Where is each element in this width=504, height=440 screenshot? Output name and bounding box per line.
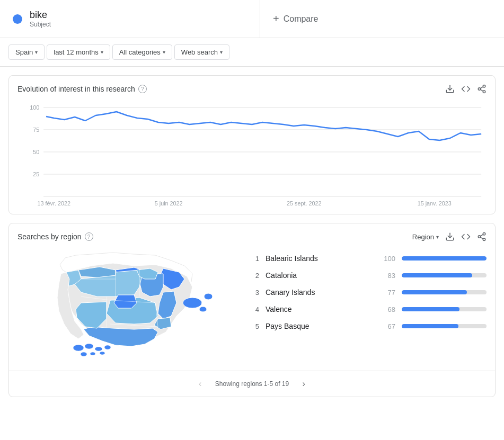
svg-text:5 juin 2022: 5 juin 2022 bbox=[155, 200, 183, 206]
svg-point-25 bbox=[183, 298, 202, 308]
rank-name: Pays Basque bbox=[266, 322, 370, 330]
evolution-help-icon[interactable]: ? bbox=[138, 85, 147, 93]
evolution-chart-container: 100 75 50 25 13 févr. 2022 5 juin 2022 2… bbox=[9, 98, 495, 210]
spain-map-container bbox=[17, 250, 240, 366]
svg-point-28 bbox=[73, 345, 84, 351]
header-section: bike Subject + Compare bbox=[0, 0, 504, 38]
rank-score: 77 bbox=[376, 289, 395, 297]
svg-point-26 bbox=[204, 293, 213, 300]
rank-bar-fill bbox=[402, 307, 459, 311]
rank-bar-bg bbox=[402, 290, 487, 294]
rank-name: Catalonia bbox=[266, 271, 370, 280]
svg-text:15 janv. 2023: 15 janv. 2023 bbox=[418, 200, 452, 206]
categories-chevron-icon: ▾ bbox=[163, 49, 165, 55]
ranking-row: 5 Pays Basque 67 bbox=[249, 318, 487, 335]
pagination-prev-button[interactable]: ‹ bbox=[194, 378, 207, 390]
period-filter[interactable]: last 12 months ▾ bbox=[47, 44, 110, 60]
search-type-filter[interactable]: Web search ▾ bbox=[174, 44, 229, 60]
region-embed-icon[interactable] bbox=[461, 232, 471, 241]
rank-bar-fill bbox=[402, 273, 472, 277]
region-share-icon[interactable] bbox=[477, 232, 487, 241]
svg-text:25: 25 bbox=[33, 171, 39, 177]
rank-score: 68 bbox=[376, 306, 395, 313]
svg-point-31 bbox=[104, 345, 111, 349]
svg-text:25 sept. 2022: 25 sept. 2022 bbox=[287, 200, 321, 206]
pagination-next-button[interactable]: › bbox=[297, 378, 310, 390]
svg-text:100: 100 bbox=[30, 104, 39, 111]
region-download-icon[interactable] bbox=[445, 232, 455, 241]
region-dropdown-label: Region bbox=[412, 233, 434, 241]
categories-filter[interactable]: All categories ▾ bbox=[112, 44, 172, 60]
rank-number: 4 bbox=[249, 306, 259, 313]
period-chevron-icon: ▾ bbox=[101, 49, 103, 55]
svg-line-24 bbox=[480, 235, 483, 236]
pagination: ‹ Showing regions 1-5 of 19 › bbox=[9, 371, 495, 397]
subject-panel: bike Subject bbox=[0, 0, 260, 38]
rank-number: 1 bbox=[249, 255, 259, 263]
rank-score: 67 bbox=[376, 322, 395, 330]
rank-bar-bg bbox=[402, 256, 487, 261]
filters-bar: Spain ▾ last 12 months ▾ All categories … bbox=[0, 38, 504, 67]
svg-line-5 bbox=[480, 87, 483, 88]
rank-bar-fill bbox=[402, 324, 458, 328]
ranking-row: 1 Balearic Islands 100 bbox=[249, 250, 487, 267]
svg-point-32 bbox=[81, 352, 87, 356]
rank-number: 2 bbox=[249, 272, 259, 280]
subject-dot bbox=[13, 14, 22, 24]
region-content: 1 Balearic Islands 100 2 Catalonia 83 3 … bbox=[9, 250, 495, 366]
period-filter-label: last 12 months bbox=[54, 48, 99, 56]
ranking-row: 4 Valence 68 bbox=[249, 301, 487, 318]
rank-bar-container bbox=[402, 307, 487, 311]
region-help-icon[interactable]: ? bbox=[85, 232, 93, 241]
search-type-chevron-icon: ▾ bbox=[220, 49, 223, 55]
svg-line-4 bbox=[480, 89, 483, 91]
rank-score: 100 bbox=[376, 255, 395, 263]
rank-name: Canary Islands bbox=[266, 288, 370, 297]
compare-plus-icon: + bbox=[273, 13, 279, 25]
spain-map-svg bbox=[28, 250, 229, 366]
rank-number: 5 bbox=[249, 322, 259, 330]
svg-point-27 bbox=[199, 307, 207, 312]
evolution-chart-title: Evolution of interest in this research bbox=[17, 85, 135, 93]
svg-text:13 févr. 2022: 13 févr. 2022 bbox=[38, 200, 70, 206]
rank-bar-bg bbox=[402, 324, 487, 328]
region-header: Searches by region ? Region ▾ bbox=[9, 232, 495, 250]
region-dropdown-chevron-icon: ▾ bbox=[436, 234, 439, 240]
evolution-chart-title-group: Evolution of interest in this research ? bbox=[17, 85, 147, 93]
rankings-container: 1 Balearic Islands 100 2 Catalonia 83 3 … bbox=[240, 250, 487, 366]
rank-bar-container bbox=[402, 324, 487, 328]
evolution-chart-section: Evolution of interest in this research ? bbox=[8, 75, 496, 214]
embed-icon[interactable] bbox=[461, 84, 471, 94]
rank-number: 3 bbox=[249, 289, 259, 297]
rank-bar-container bbox=[402, 256, 487, 261]
region-title: Searches by region bbox=[17, 232, 82, 241]
rank-bar-bg bbox=[402, 307, 487, 311]
subject-text: bike Subject bbox=[30, 10, 51, 28]
country-chevron-icon: ▾ bbox=[35, 49, 38, 55]
svg-point-33 bbox=[90, 352, 95, 355]
region-dropdown[interactable]: Region ▾ bbox=[412, 233, 439, 241]
svg-point-30 bbox=[95, 347, 102, 351]
compare-label: Compare bbox=[284, 14, 319, 24]
search-type-filter-label: Web search bbox=[181, 48, 218, 56]
ranking-row: 3 Canary Islands 77 bbox=[249, 284, 487, 301]
download-icon[interactable] bbox=[445, 84, 455, 94]
rank-name: Valence bbox=[266, 305, 370, 313]
evolution-chart-header: Evolution of interest in this research ? bbox=[9, 84, 495, 98]
share-icon[interactable] bbox=[477, 84, 487, 94]
subject-label: Subject bbox=[30, 21, 51, 28]
rank-bar-container bbox=[402, 290, 487, 294]
rank-bar-bg bbox=[402, 273, 487, 277]
evolution-chart-actions bbox=[445, 84, 487, 94]
pagination-text: Showing regions 1-5 of 19 bbox=[215, 380, 289, 388]
rank-name: Balearic Islands bbox=[266, 254, 370, 263]
region-title-group: Searches by region ? bbox=[17, 232, 93, 241]
compare-panel[interactable]: + Compare bbox=[260, 0, 504, 38]
country-filter[interactable]: Spain ▾ bbox=[8, 44, 45, 60]
rank-bar-fill bbox=[402, 256, 487, 261]
svg-text:75: 75 bbox=[33, 127, 39, 133]
svg-point-34 bbox=[100, 352, 105, 355]
categories-filter-label: All categories bbox=[119, 48, 161, 56]
region-section: Searches by region ? Region ▾ bbox=[8, 223, 496, 397]
rank-bar-fill bbox=[402, 290, 467, 294]
